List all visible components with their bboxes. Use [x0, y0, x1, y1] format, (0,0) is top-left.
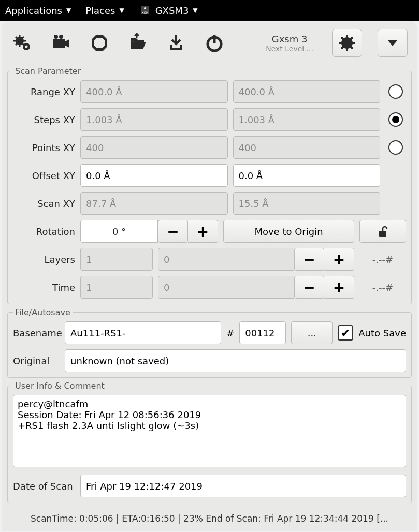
range-y-input[interactable] [239, 81, 375, 102]
autosave-checkbox[interactable]: ✔ [338, 325, 353, 341]
time-label: Time [13, 282, 75, 293]
chevron-down-icon: ▼ [119, 7, 124, 14]
unlock-icon [377, 225, 389, 238]
steps-label: Steps XY [13, 114, 75, 125]
menu-places-label: Places [85, 5, 115, 16]
lock-button[interactable] [359, 220, 406, 243]
steps-x-field[interactable] [80, 108, 228, 131]
folder-open-icon[interactable] [126, 32, 149, 54]
original-field[interactable] [65, 349, 406, 372]
time-b-spinner: − + [158, 276, 354, 299]
points-radio[interactable] [388, 140, 403, 155]
menu-places[interactable]: Places ▼ [85, 5, 124, 16]
layers-plus-button[interactable]: + [324, 248, 354, 271]
browse-button[interactable]: ... [291, 321, 333, 344]
points-x-input[interactable] [86, 137, 222, 158]
original-label: Original [13, 356, 60, 366]
svg-text:XSM: XSM [141, 11, 148, 14]
svg-marker-12 [65, 39, 69, 48]
layers-minus-button[interactable]: − [294, 248, 324, 271]
user-info-group: User Info & Comment Date of Scan [7, 381, 412, 503]
points-y-field[interactable] [233, 136, 381, 159]
user-info-legend: User Info & Comment [13, 381, 107, 391]
rotation-value[interactable]: 0 ° [80, 220, 158, 243]
offset-y-field[interactable] [233, 164, 381, 187]
window-title: Gxsm 3 [266, 34, 313, 45]
basename-label: Basename [13, 328, 60, 338]
scan-parameter-group: Scan Parameter Range XY Steps XY Points … [7, 66, 412, 304]
dropdown-button[interactable] [378, 29, 408, 57]
move-to-origin-button[interactable]: Move to Origin [223, 220, 354, 243]
offset-x-input[interactable] [86, 165, 222, 186]
scan-parameter-legend: Scan Parameter [13, 66, 83, 76]
steps-radio[interactable] [388, 112, 403, 127]
settings-button[interactable] [332, 29, 362, 57]
time-plus-button[interactable]: + [324, 276, 354, 299]
scan-x-field: 87.7 Å [80, 192, 228, 215]
camera-icon[interactable] [50, 32, 73, 54]
window-subtitle: Next Level ... [266, 45, 313, 53]
hash-label: # [226, 328, 234, 338]
stop-icon[interactable] [88, 32, 111, 54]
range-x-field[interactable] [80, 80, 228, 103]
file-autosave-group: File/Autosave Basename # ... ✔ Auto Save… [7, 307, 412, 378]
layers-b-field[interactable] [158, 248, 294, 271]
gxsm-app-icon: XSM [139, 4, 151, 17]
basename-input[interactable] [70, 322, 215, 344]
date-of-scan-input[interactable] [86, 475, 400, 497]
system-menubar: Applications ▼ Places ▼ XSM GXSM3 ▼ [0, 0, 419, 21]
points-y-input[interactable] [239, 137, 375, 158]
toolbar: Gxsm 3 Next Level ... [2, 22, 417, 65]
points-x-field[interactable] [80, 136, 228, 159]
steps-x-input[interactable] [86, 109, 222, 130]
layers-a-field[interactable] [80, 248, 153, 271]
svg-point-1 [144, 7, 146, 9]
points-label: Points XY [13, 142, 75, 153]
autosave-label: Auto Save [358, 328, 406, 338]
window-title-block: Gxsm 3 Next Level ... [266, 34, 313, 53]
comment-textarea[interactable] [13, 395, 406, 467]
rotation-spinner: 0 ° − + [80, 220, 218, 243]
chevron-down-icon: ▼ [66, 7, 71, 14]
date-of-scan-field[interactable] [80, 475, 406, 497]
rotation-plus-button[interactable]: + [188, 220, 218, 243]
menu-gxsm3[interactable]: XSM GXSM3 ▼ [139, 4, 198, 17]
time-a-field[interactable] [80, 276, 153, 299]
svg-point-14 [59, 35, 63, 39]
rotation-minus-button[interactable]: − [158, 220, 188, 243]
offset-y-input[interactable] [239, 165, 375, 186]
basename-field[interactable] [65, 321, 221, 344]
original-input[interactable] [70, 350, 400, 372]
range-x-input[interactable] [86, 81, 222, 102]
file-autosave-legend: File/Autosave [13, 307, 73, 317]
menu-applications-label: Applications [5, 5, 62, 16]
gears-icon[interactable] [11, 32, 34, 54]
svg-point-6 [25, 46, 28, 48]
menu-applications[interactable]: Applications ▼ [5, 5, 71, 16]
layers-tail: -.--# [359, 254, 406, 265]
counter-input[interactable] [245, 322, 280, 344]
main-window: Gxsm 3 Next Level ... Scan Parameter Ran… [2, 22, 417, 531]
steps-y-input[interactable] [239, 109, 375, 130]
range-y-field[interactable] [233, 80, 381, 103]
date-of-scan-label: Date of Scan [13, 481, 75, 492]
scan-y-field: 15.5 Å [233, 192, 381, 215]
range-radio[interactable] [388, 84, 403, 99]
range-label: Range XY [13, 86, 75, 97]
download-icon[interactable] [165, 32, 187, 54]
offset-label: Offset XY [13, 170, 75, 181]
offset-x-field[interactable] [80, 164, 228, 187]
steps-y-field[interactable] [233, 108, 381, 131]
svg-point-13 [54, 35, 58, 39]
power-icon[interactable] [203, 32, 226, 54]
counter-field[interactable] [239, 321, 286, 344]
time-b-field[interactable] [158, 276, 294, 299]
scan-label: Scan XY [13, 198, 75, 209]
time-minus-button[interactable]: − [294, 276, 324, 299]
time-tail: -.--# [359, 282, 406, 293]
svg-marker-25 [387, 40, 398, 46]
svg-rect-26 [379, 231, 386, 237]
menu-gxsm3-label: GXSM3 [155, 5, 189, 16]
status-bar: ScanTime: 0:05:06 | ETA:0:16:50 | 23% En… [2, 506, 417, 531]
layers-label: Layers [13, 254, 75, 265]
